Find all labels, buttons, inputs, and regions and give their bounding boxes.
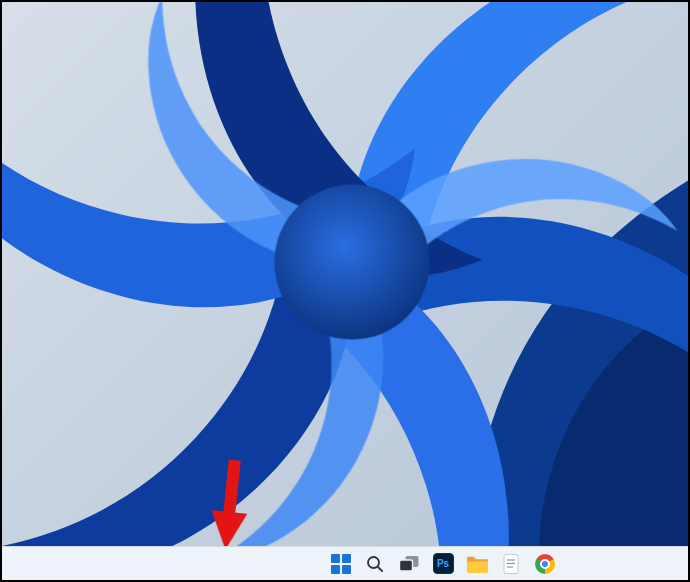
notepad-button[interactable]	[498, 550, 524, 578]
desktop-wallpaper	[2, 2, 688, 546]
photoshop-icon: Ps	[433, 553, 454, 574]
document-icon	[501, 553, 521, 575]
browser-button[interactable]	[532, 550, 558, 578]
desktop-screenshot: Ps	[0, 0, 690, 582]
photoshop-button[interactable]: Ps	[430, 550, 456, 578]
bloom-artwork	[2, 2, 688, 546]
taskbar-icon-group: Ps	[328, 547, 558, 580]
task-view-button[interactable]	[396, 550, 422, 578]
file-explorer-button[interactable]	[464, 550, 490, 578]
windows-logo-icon	[331, 554, 351, 574]
task-view-icon	[398, 554, 420, 574]
folder-icon	[466, 554, 489, 573]
start-button[interactable]	[328, 550, 354, 578]
search-icon	[365, 554, 385, 574]
search-button[interactable]	[362, 550, 388, 578]
taskbar: Ps	[2, 546, 688, 580]
browser-icon	[535, 554, 555, 574]
